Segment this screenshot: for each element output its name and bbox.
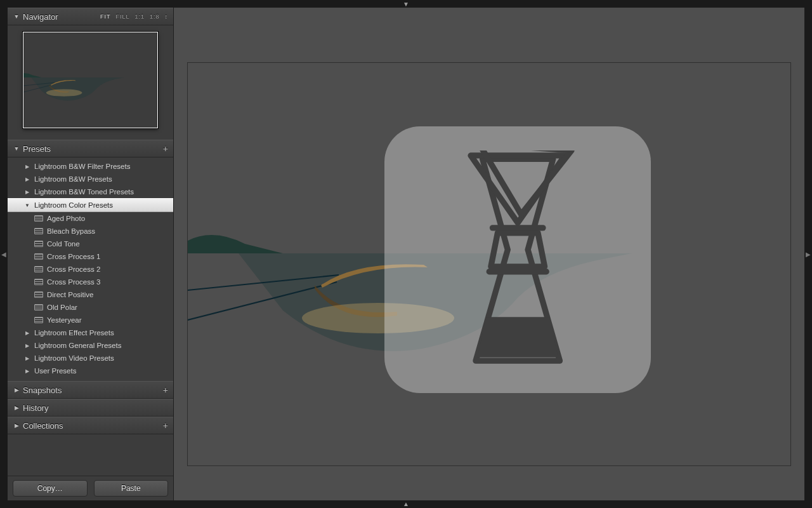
preset-item-label: Cold Tone [47, 240, 80, 248]
preview-image[interactable] [188, 63, 790, 465]
collapse-top-icon[interactable]: ▼ [403, 1, 409, 8]
preset-item[interactable]: Direct Positive [8, 288, 173, 301]
add-snapshot-icon[interactable]: + [163, 385, 168, 395]
disclosure-right-icon: ▶ [24, 177, 30, 182]
snapshots-header[interactable]: ▶ Snapshots + [8, 381, 173, 399]
zoom-stepper-icon[interactable]: ↕ [165, 13, 169, 20]
preset-thumb-icon [34, 304, 43, 311]
disclosure-right-icon: ▶ [24, 368, 30, 374]
disclosure-down-icon: ▼ [13, 145, 20, 152]
collections-title: Collections [23, 421, 63, 431]
develop-canvas-area [174, 8, 804, 500]
preset-item-label: Yesteryear [47, 316, 82, 324]
copy-button[interactable]: Copy… [13, 480, 88, 497]
collections-header[interactable]: ▶ Collections + [8, 417, 173, 434]
preset-thumb-icon [34, 266, 43, 272]
preset-item-label: Cross Process 3 [47, 278, 100, 286]
disclosure-right-icon: ▶ [13, 387, 20, 393]
preset-item-label: Cross Process 1 [47, 253, 100, 260]
preset-folder[interactable]: ▼Lightroom Color Presets [8, 198, 173, 212]
preset-folder-label: Lightroom Effect Presets [34, 329, 114, 337]
disclosure-right-icon: ▶ [13, 404, 20, 411]
preset-item[interactable]: Yesteryear [8, 314, 173, 326]
preset-item-label: Cross Process 2 [47, 265, 100, 273]
zoom-fit[interactable]: FIT [100, 13, 111, 20]
app-frame: ▼ ▲ ◀ ▶ ▼ Navigator FIT FILL 1:1 1:8 ↕ ▼… [0, 0, 812, 508]
collapse-left-icon[interactable]: ◀ [1, 241, 7, 267]
preset-item-label: Bleach Bypass [47, 227, 95, 235]
preset-folder-label: Lightroom B&W Presets [34, 175, 112, 183]
preset-folder[interactable]: ▶Lightroom General Presets [8, 339, 173, 352]
zoom-fill[interactable]: FILL [115, 13, 129, 20]
preset-folder[interactable]: ▶Lightroom Effect Presets [8, 326, 173, 339]
preset-item[interactable]: Old Polar [8, 301, 173, 314]
collapse-right-icon[interactable]: ▶ [805, 241, 811, 267]
history-title: History [23, 403, 48, 413]
preset-thumb-icon [34, 279, 43, 285]
preset-folder-label: Lightroom General Presets [34, 342, 121, 349]
presets-tree: ▶Lightroom B&W Filter Presets▶Lightroom … [8, 157, 173, 381]
disclosure-right-icon: ▶ [24, 330, 30, 336]
preset-item-label: Old Polar [47, 304, 77, 311]
left-panel: ▼ Navigator FIT FILL 1:1 1:8 ↕ ▼ Presets… [8, 8, 174, 500]
zoom-ratio[interactable]: 1:8 [150, 13, 160, 20]
paste-button[interactable]: Paste [94, 480, 169, 497]
disclosure-right-icon: ▶ [24, 343, 30, 349]
preset-thumb-icon [34, 228, 43, 234]
add-preset-icon[interactable]: + [163, 144, 168, 154]
preset-item[interactable]: Cold Tone [8, 237, 173, 250]
preset-folder-label: Lightroom Color Presets [34, 201, 113, 209]
disclosure-right-icon: ▶ [24, 164, 30, 170]
preset-item[interactable]: Cross Process 1 [8, 250, 173, 263]
disclosure-right-icon: ▶ [13, 422, 20, 429]
preset-folder-label: Lightroom Video Presets [34, 354, 114, 362]
disclosure-down-icon: ▼ [13, 13, 20, 20]
preset-item[interactable]: Aged Photo [8, 212, 173, 225]
navigator-title: Navigator [23, 12, 58, 22]
disclosure-right-icon: ▶ [24, 356, 30, 361]
preset-item-label: Aged Photo [47, 215, 85, 222]
preset-item[interactable]: Bleach Bypass [8, 225, 173, 237]
navigator-header[interactable]: ▼ Navigator FIT FILL 1:1 1:8 ↕ [8, 8, 173, 25]
preset-folder[interactable]: ▶Lightroom B&W Filter Presets [8, 160, 173, 173]
disclosure-right-icon: ▶ [24, 189, 30, 195]
copy-paste-row: Copy… Paste [8, 476, 173, 500]
preset-thumb-icon [34, 253, 43, 260]
preset-item-label: Direct Positive [47, 291, 94, 298]
preset-thumb-icon [34, 317, 43, 323]
preset-folder[interactable]: ▶Lightroom Video Presets [8, 352, 173, 364]
history-header[interactable]: ▶ History [8, 399, 173, 417]
preset-folder-label: Lightroom B&W Filter Presets [34, 163, 130, 170]
preset-thumb-icon [34, 215, 43, 222]
presets-title: Presets [23, 144, 51, 154]
preset-folder[interactable]: ▶Lightroom B&W Presets [8, 173, 173, 185]
collapse-bottom-icon[interactable]: ▲ [403, 500, 409, 507]
preset-thumb-icon [34, 291, 43, 298]
snapshots-title: Snapshots [23, 385, 62, 395]
add-collection-icon[interactable]: + [163, 420, 168, 431]
preset-folder-label: User Presets [34, 367, 76, 375]
overlay-badge [384, 126, 651, 393]
disclosure-down-icon: ▼ [24, 203, 30, 208]
navigator-body [8, 25, 173, 140]
preset-item[interactable]: Cross Process 2 [8, 263, 173, 276]
preset-folder[interactable]: ▶Lightroom B&W Toned Presets [8, 185, 173, 198]
navigator-thumbnail[interactable] [23, 32, 158, 128]
navigator-zoom-levels: FIT FILL 1:1 1:8 ↕ [100, 13, 168, 20]
preset-item[interactable]: Cross Process 3 [8, 276, 173, 288]
presets-header[interactable]: ▼ Presets + [8, 140, 173, 157]
preset-thumb-icon [34, 241, 43, 247]
chemex-icon [422, 150, 613, 369]
zoom-1to1[interactable]: 1:1 [134, 13, 145, 20]
preset-folder[interactable]: ▶User Presets [8, 364, 173, 377]
preset-folder-label: Lightroom B&W Toned Presets [34, 188, 134, 196]
